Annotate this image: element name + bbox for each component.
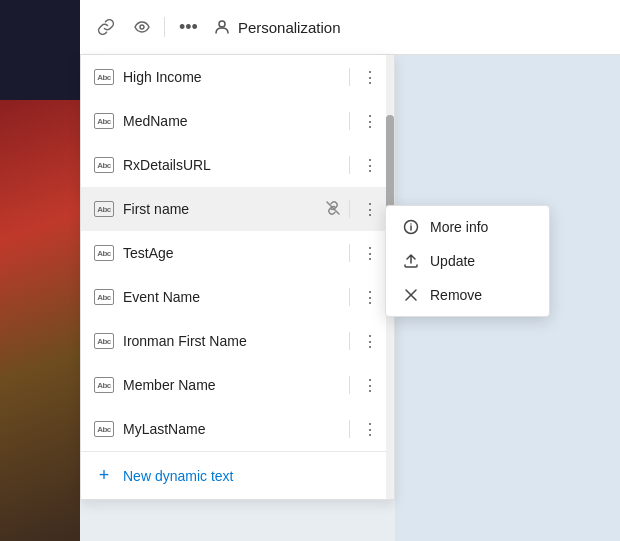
- abc-icon: Abc: [93, 242, 115, 264]
- separator: [349, 332, 350, 350]
- svg-point-0: [140, 25, 144, 29]
- separator: [349, 68, 350, 86]
- link-icon[interactable]: [92, 13, 120, 41]
- item-actions: ⋮: [325, 197, 382, 221]
- more-options-button[interactable]: •••: [173, 13, 204, 42]
- item-actions: ⋮: [345, 241, 382, 265]
- list-item[interactable]: Abc First name ⋮: [81, 187, 394, 231]
- list-item[interactable]: Abc MyLastName ⋮: [81, 407, 394, 451]
- plus-icon: +: [93, 465, 115, 487]
- item-label: MedName: [123, 113, 345, 129]
- toolbar: ••• Personalization: [80, 0, 620, 55]
- svg-point-3: [410, 223, 412, 225]
- item-label: RxDetailsURL: [123, 157, 345, 173]
- broken-link-icon: [325, 200, 341, 219]
- list-item[interactable]: Abc MedName ⋮: [81, 99, 394, 143]
- dots-menu-button[interactable]: ⋮: [358, 197, 382, 221]
- context-remove-label: Remove: [430, 287, 482, 303]
- list-item[interactable]: Abc Ironman First Name ⋮: [81, 319, 394, 363]
- toolbar-divider: [164, 17, 165, 37]
- abc-icon: Abc: [93, 154, 115, 176]
- toolbar-title-text: Personalization: [238, 19, 341, 36]
- toolbar-title: Personalization: [212, 17, 341, 37]
- new-dynamic-text-button[interactable]: + New dynamic text: [81, 451, 394, 499]
- context-more-info-label: More info: [430, 219, 488, 235]
- context-update-label: Update: [430, 253, 475, 269]
- upload-icon: [402, 252, 420, 270]
- separator: [349, 244, 350, 262]
- item-actions: ⋮: [345, 285, 382, 309]
- list-item[interactable]: Abc RxDetailsURL ⋮: [81, 143, 394, 187]
- dots-menu-button[interactable]: ⋮: [358, 417, 382, 441]
- item-label: Event Name: [123, 289, 345, 305]
- context-menu-update[interactable]: Update: [386, 244, 549, 278]
- list-item[interactable]: Abc Event Name ⋮: [81, 275, 394, 319]
- abc-icon: Abc: [93, 198, 115, 220]
- svg-point-1: [219, 21, 225, 27]
- x-icon: [402, 286, 420, 304]
- context-menu-remove[interactable]: Remove: [386, 278, 549, 312]
- dots-menu-button[interactable]: ⋮: [358, 373, 382, 397]
- item-actions: ⋮: [345, 417, 382, 441]
- dots-menu-button[interactable]: ⋮: [358, 241, 382, 265]
- item-label: TestAge: [123, 245, 345, 261]
- food-image: [0, 100, 80, 541]
- personalization-dropdown: Abc High Income ⋮ Abc MedName ⋮ Abc RxDe…: [80, 55, 395, 500]
- list-item[interactable]: Abc Member Name ⋮: [81, 363, 394, 407]
- item-actions: ⋮: [345, 153, 382, 177]
- dots-menu-button[interactable]: ⋮: [358, 329, 382, 353]
- item-label: High Income: [123, 69, 345, 85]
- separator: [349, 420, 350, 438]
- list-item[interactable]: Abc High Income ⋮: [81, 55, 394, 99]
- separator: [349, 376, 350, 394]
- context-menu: More info Update Remove: [385, 205, 550, 317]
- item-label: Member Name: [123, 377, 345, 393]
- abc-icon: Abc: [93, 418, 115, 440]
- context-menu-more-info[interactable]: More info: [386, 210, 549, 244]
- item-label: First name: [123, 201, 325, 217]
- person-icon: [212, 17, 232, 37]
- abc-icon: Abc: [93, 330, 115, 352]
- new-dynamic-text-label: New dynamic text: [123, 468, 233, 484]
- item-actions: ⋮: [345, 65, 382, 89]
- abc-icon: Abc: [93, 110, 115, 132]
- dots-menu-button[interactable]: ⋮: [358, 109, 382, 133]
- scroll-thumb[interactable]: [386, 115, 394, 215]
- item-actions: ⋮: [345, 109, 382, 133]
- separator: [349, 200, 350, 218]
- dots-menu-button[interactable]: ⋮: [358, 285, 382, 309]
- separator: [349, 112, 350, 130]
- abc-icon: Abc: [93, 374, 115, 396]
- abc-icon: Abc: [93, 286, 115, 308]
- abc-icon: Abc: [93, 66, 115, 88]
- item-actions: ⋮: [345, 329, 382, 353]
- separator: [349, 288, 350, 306]
- item-actions: ⋮: [345, 373, 382, 397]
- dots-menu-button[interactable]: ⋮: [358, 153, 382, 177]
- info-icon: [402, 218, 420, 236]
- list-item[interactable]: Abc TestAge ⋮: [81, 231, 394, 275]
- item-label: Ironman First Name: [123, 333, 345, 349]
- separator: [349, 156, 350, 174]
- dots-menu-button[interactable]: ⋮: [358, 65, 382, 89]
- eye-icon[interactable]: [128, 13, 156, 41]
- item-label: MyLastName: [123, 421, 345, 437]
